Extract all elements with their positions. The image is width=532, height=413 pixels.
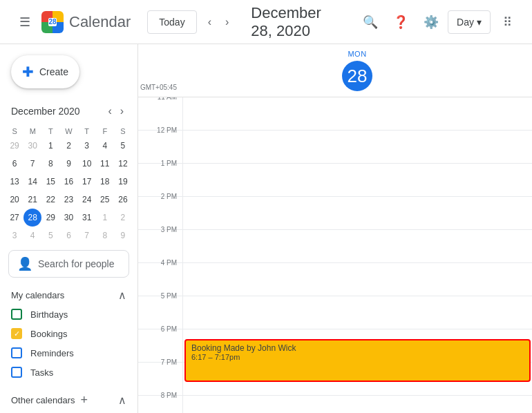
mini-cal-day[interactable]: 4	[23, 227, 41, 244]
mini-cal-day[interactable]: 9	[59, 155, 77, 173]
calendar-checkbox[interactable]	[11, 367, 22, 378]
mini-cal-day[interactable]: 24	[78, 191, 96, 209]
mini-cal-day[interactable]: 21	[23, 191, 41, 209]
mini-cal-day[interactable]: 30	[23, 137, 41, 155]
mini-prev-button[interactable]: ‹	[105, 102, 114, 120]
prev-button[interactable]: ‹	[202, 10, 217, 34]
mini-cal-day[interactable]: 11	[96, 155, 114, 173]
calendar-name: Tasks	[30, 367, 53, 378]
my-calendars-toggle[interactable]: ∧	[118, 289, 126, 302]
create-label: Create	[39, 66, 68, 77]
mini-cal-day[interactable]: 29	[6, 137, 23, 155]
calendar-day-view: GMT+05:45 MON 28 11 AM12 PM1 PM2 PM3 PM4…	[138, 44, 532, 413]
settings-button[interactable]: ⚙️	[417, 8, 445, 36]
mini-next-button[interactable]: ›	[117, 102, 126, 120]
mini-cal-day[interactable]: 30	[59, 209, 77, 227]
calendar-event[interactable]: Booking Made by John Wick6:17 – 7:17pm	[184, 339, 531, 382]
mini-cal-day[interactable]: 3	[6, 227, 23, 244]
mini-cal-day[interactable]: 7	[23, 155, 41, 173]
time-row: 11 AM	[138, 97, 532, 131]
menu-button[interactable]: ☰	[11, 8, 39, 36]
mini-cal-day[interactable]: 1	[41, 137, 59, 155]
day-column-header: MON 28	[182, 50, 532, 94]
mini-cal-header: December 2020 ‹ ›	[6, 99, 132, 126]
apps-button[interactable]: ⠿	[493, 8, 521, 36]
mini-cal-dow: M	[23, 126, 41, 137]
mini-cal-day[interactable]: 6	[59, 227, 77, 244]
mini-cal-day[interactable]: 8	[41, 155, 59, 173]
mini-cal-day[interactable]: 13	[6, 173, 23, 191]
my-calendar-item[interactable]: Tasks	[0, 363, 137, 382]
mini-cal-day[interactable]: 2	[114, 209, 132, 227]
calendar-checkbox[interactable]	[11, 309, 22, 320]
my-calendar-item[interactable]: ✓Bookings	[0, 324, 137, 343]
mini-cal-day[interactable]: 9	[114, 227, 132, 244]
my-calendars-label: My calendars	[11, 290, 64, 300]
mini-cal-day[interactable]: 23	[59, 191, 77, 209]
view-selector[interactable]: Day ▾	[448, 10, 491, 34]
mini-cal-day[interactable]: 15	[41, 173, 59, 191]
my-calendars-section: My calendars ∧ Birthdays✓BookingsReminde…	[0, 283, 137, 382]
mini-cal-day[interactable]: 25	[96, 191, 114, 209]
mini-cal-dow: W	[59, 126, 77, 137]
mini-cal-day[interactable]: 27	[6, 209, 23, 227]
time-cell[interactable]	[182, 164, 532, 196]
app-header: ☰ 28 Calendar Today ‹ › December 28, 202…	[0, 0, 532, 44]
time-cell[interactable]: Booking Made by John Wick6:17 – 7:17pm	[182, 329, 532, 362]
time-cell[interactable]	[182, 263, 532, 296]
day-name: MON	[182, 50, 532, 58]
mini-cal-day[interactable]: 1	[96, 209, 114, 227]
time-cell[interactable]	[182, 97, 532, 130]
my-calendar-item[interactable]: Reminders	[0, 343, 137, 363]
mini-cal-day[interactable]: 4	[96, 137, 114, 155]
event-time: 6:17 – 7:17pm	[191, 353, 524, 361]
mini-cal-day[interactable]: 16	[59, 173, 77, 191]
time-cell[interactable]	[182, 230, 532, 262]
time-label: 1 PM	[138, 160, 182, 192]
mini-cal-day[interactable]: 19	[114, 173, 132, 191]
other-calendar-item[interactable]: Holidays	[0, 410, 137, 413]
mini-cal-day[interactable]: 22	[41, 191, 59, 209]
mini-cal-day[interactable]: 6	[6, 155, 23, 173]
mini-cal-day[interactable]: 8	[96, 227, 114, 244]
mini-cal-day[interactable]: 29	[41, 209, 59, 227]
mini-cal-day[interactable]: 2	[59, 137, 77, 155]
event-title: Booking Made by John Wick	[191, 343, 524, 353]
next-button[interactable]: ›	[220, 10, 234, 34]
other-calendars-header: Other calendars + ∧	[0, 387, 137, 410]
today-button[interactable]: Today	[147, 10, 196, 34]
people-search[interactable]: 👤 Search for people	[8, 250, 129, 278]
mini-cal-day[interactable]: 20	[6, 191, 23, 209]
mini-cal-day[interactable]: 14	[23, 173, 41, 191]
mini-cal-day[interactable]: 18	[96, 173, 114, 191]
mini-cal-day[interactable]: 12	[114, 155, 132, 173]
time-cell[interactable]	[182, 296, 532, 329]
mini-cal-nav: ‹ ›	[105, 102, 126, 120]
header-left: ☰ 28 Calendar	[11, 8, 131, 36]
mini-cal-day[interactable]: 31	[78, 209, 96, 227]
mini-cal-day[interactable]: 7	[78, 227, 96, 244]
calendar-checkbox[interactable]: ✓	[11, 328, 22, 339]
add-other-calendar-button[interactable]: +	[81, 393, 88, 407]
time-row: 8 PM	[138, 396, 532, 413]
search-button[interactable]: 🔍	[357, 8, 384, 36]
other-calendars-list: Holidays	[0, 410, 137, 413]
mini-cal-day[interactable]: 17	[78, 173, 96, 191]
time-row: 3 PM	[138, 230, 532, 263]
mini-cal-day[interactable]: 28	[23, 209, 41, 227]
mini-cal-day[interactable]: 26	[114, 191, 132, 209]
time-cell[interactable]	[182, 197, 532, 229]
calendar-checkbox[interactable]	[11, 347, 22, 358]
time-cell[interactable]	[182, 396, 532, 413]
day-header: GMT+05:45 MON 28	[138, 44, 532, 97]
time-row: 4 PM	[138, 263, 532, 296]
mini-cal-day[interactable]: 5	[114, 137, 132, 155]
my-calendar-item[interactable]: Birthdays	[0, 305, 137, 324]
create-button[interactable]: ✚ Create	[11, 55, 79, 88]
mini-cal-day[interactable]: 10	[78, 155, 96, 173]
time-cell[interactable]	[182, 131, 532, 163]
mini-cal-day[interactable]: 5	[41, 227, 59, 244]
other-calendars-toggle[interactable]: ∧	[118, 394, 126, 407]
mini-cal-day[interactable]: 3	[78, 137, 96, 155]
help-button[interactable]: ❓	[387, 8, 415, 36]
